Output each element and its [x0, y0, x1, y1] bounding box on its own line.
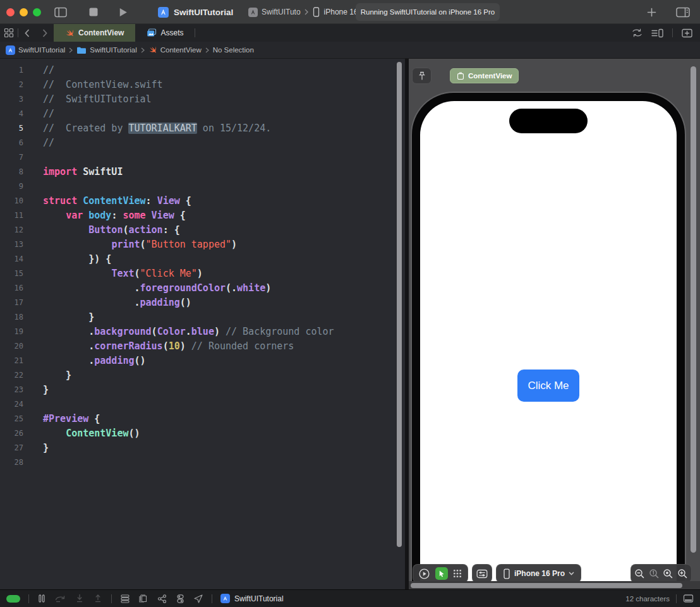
toggle-debug-area-button[interactable]	[683, 594, 694, 603]
canvas-vertical-scrollbar[interactable]	[691, 66, 696, 553]
swap-editor-icon[interactable]	[632, 28, 643, 37]
tab-assets[interactable]: Assets	[135, 24, 195, 42]
canvas-horizontal-scrollbar[interactable]	[411, 583, 682, 588]
code-line[interactable]: 15 Text("Click Me")	[0, 266, 405, 280]
code-line[interactable]: 5// Created by TUTORIALKART on 15/12/24.	[0, 121, 405, 135]
line-number[interactable]: 8	[0, 167, 32, 176]
line-number[interactable]: 23	[0, 385, 32, 394]
code-line[interactable]: 25#Preview {	[0, 411, 405, 426]
run-button[interactable]	[118, 0, 128, 24]
line-number[interactable]: 14	[0, 255, 32, 263]
line-number[interactable]: 26	[0, 429, 32, 438]
code-line[interactable]: 21 .padding()	[0, 353, 405, 368]
zoom-100-button[interactable]	[649, 568, 660, 579]
zoom-out-button[interactable]	[634, 568, 645, 579]
go-forward-button[interactable]	[36, 24, 54, 42]
line-number[interactable]: 12	[0, 225, 32, 234]
line-number[interactable]: 1	[0, 66, 32, 75]
simulate-background-fetch-button[interactable]	[176, 594, 185, 604]
code-line[interactable]: 26 ContentView()	[0, 426, 405, 440]
breadcrumb-selection[interactable]: No Selection	[213, 46, 254, 54]
code-line[interactable]: 8import SwiftUI	[0, 164, 405, 179]
code-line[interactable]: 9	[0, 179, 405, 193]
debug-process[interactable]: SwiftUITutorial	[220, 594, 284, 603]
step-into-button[interactable]	[75, 594, 85, 604]
code-line[interactable]: 22 }	[0, 368, 405, 382]
step-out-button[interactable]	[93, 594, 103, 604]
line-number[interactable]: 24	[0, 400, 32, 409]
code-line[interactable]: 13 print("Button tapped")	[0, 237, 405, 251]
network-share-button[interactable]	[157, 594, 167, 604]
line-number[interactable]: 22	[0, 371, 32, 380]
scheme-selector[interactable]: SwiftUITuto iPhone 16 Pro	[248, 0, 372, 24]
code-line[interactable]: 2// ContentView.swift	[0, 77, 405, 92]
zoom-window-button[interactable]	[33, 8, 41, 16]
add-editor-icon[interactable]	[682, 28, 692, 38]
minimize-window-button[interactable]	[20, 8, 28, 16]
code-line[interactable]: 4//	[0, 106, 405, 121]
line-number[interactable]: 17	[0, 298, 32, 307]
pin-preview-button[interactable]	[412, 68, 431, 84]
editor-options-icon[interactable]	[651, 28, 663, 38]
breadcrumb-project[interactable]: SwiftUITutorial	[6, 45, 65, 55]
line-number[interactable]: 13	[0, 240, 32, 249]
line-number[interactable]: 9	[0, 182, 32, 191]
line-number[interactable]: 5	[0, 124, 32, 133]
code-line[interactable]: 20 .cornerRadius(10) // Rounded corners	[0, 339, 405, 353]
line-number[interactable]: 10	[0, 196, 32, 205]
line-number[interactable]: 21	[0, 356, 32, 365]
go-back-button[interactable]	[18, 24, 36, 42]
preview-target-chip[interactable]: ContentView	[450, 68, 519, 83]
code-line[interactable]: 6//	[0, 135, 405, 150]
line-number[interactable]: 16	[0, 284, 32, 292]
code-line[interactable]: 17 .padding()	[0, 295, 405, 310]
memory-graph-button[interactable]	[138, 594, 148, 604]
debug-view-hierarchy-button[interactable]	[120, 594, 130, 604]
selectable-mode-button[interactable]	[435, 567, 448, 580]
code-line[interactable]: 3// SwiftUITutorial	[0, 92, 405, 106]
breadcrumb-file[interactable]: ContentView	[148, 45, 202, 54]
line-number[interactable]: 11	[0, 211, 32, 220]
line-number[interactable]: 19	[0, 327, 32, 336]
live-preview-button[interactable]	[418, 568, 430, 580]
breakpoints-toggle-button[interactable]	[6, 595, 20, 603]
simulate-location-button[interactable]	[193, 594, 203, 604]
show-all-tabs-button[interactable]	[0, 24, 18, 42]
code-line[interactable]: 16 .foregroundColor(.white)	[0, 280, 405, 295]
line-number[interactable]: 3	[0, 95, 32, 104]
zoom-in-button[interactable]	[677, 568, 688, 579]
line-number[interactable]: 4	[0, 109, 32, 118]
line-number[interactable]: 7	[0, 153, 32, 162]
toggle-inspector-button[interactable]	[676, 0, 690, 24]
code-line[interactable]: 7	[0, 150, 405, 164]
preview-click-me-button[interactable]: Click Me	[517, 370, 579, 402]
code-line[interactable]: 24	[0, 397, 405, 411]
close-window-button[interactable]	[6, 8, 15, 16]
device-settings-button[interactable]	[472, 564, 492, 583]
code-line[interactable]: 27}	[0, 440, 405, 455]
line-number[interactable]: 18	[0, 313, 32, 322]
line-number[interactable]: 27	[0, 443, 32, 452]
line-number[interactable]: 2	[0, 80, 32, 89]
code-line[interactable]: 11 var body: some View {	[0, 208, 405, 222]
code-line[interactable]: 1//	[0, 63, 405, 77]
source-editor[interactable]: 1//2// ContentView.swift3// SwiftUITutor…	[0, 59, 405, 589]
line-number[interactable]: 25	[0, 414, 32, 423]
line-number[interactable]: 15	[0, 269, 32, 278]
toggle-navigator-button[interactable]	[54, 0, 67, 24]
editor-vertical-scrollbar[interactable]	[397, 62, 402, 547]
line-number[interactable]: 20	[0, 342, 32, 351]
code-line[interactable]: 23}	[0, 382, 405, 397]
code-line[interactable]: 19 .background(Color.blue) // Background…	[0, 324, 405, 339]
zoom-to-fit-button[interactable]	[663, 568, 673, 579]
line-number[interactable]: 6	[0, 138, 32, 147]
code-line[interactable]: 18 }	[0, 310, 405, 324]
code-line[interactable]: 28	[0, 455, 405, 469]
code-line[interactable]: 12 Button(action: {	[0, 222, 405, 237]
variants-mode-button[interactable]	[452, 568, 462, 579]
step-over-button[interactable]	[54, 594, 66, 604]
stop-button[interactable]	[88, 0, 99, 24]
add-library-button[interactable]	[647, 0, 656, 24]
tab-contentview[interactable]: ContentView	[54, 24, 135, 42]
code-line[interactable]: 14 }) {	[0, 251, 405, 266]
